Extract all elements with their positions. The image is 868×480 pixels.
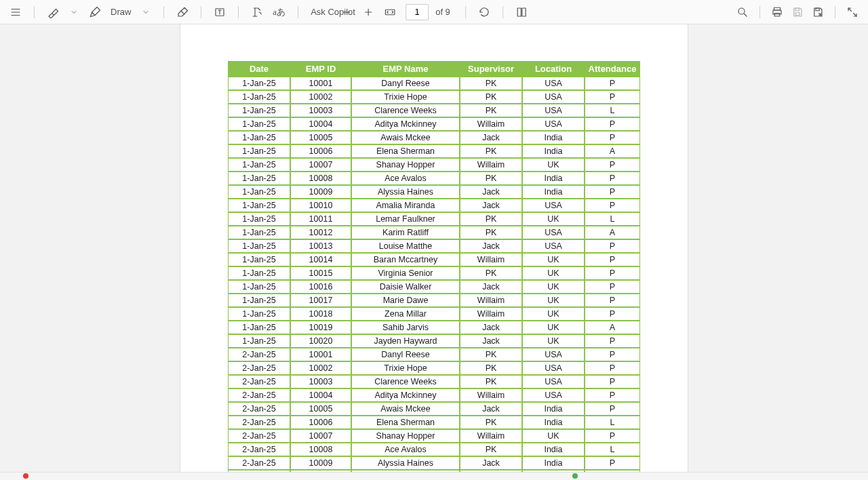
- table-cell: PK: [460, 348, 522, 361]
- table-cell: USA: [522, 375, 585, 388]
- table-cell: PK: [460, 416, 522, 429]
- table-cell: P: [585, 77, 640, 90]
- svg-line-3: [181, 10, 184, 14]
- table-cell: 10008: [290, 172, 351, 185]
- table-cell: Elena Sherman: [351, 144, 460, 158]
- zoom-out-icon[interactable]: [338, 3, 355, 21]
- table-cell: PK: [460, 90, 522, 104]
- text-box-icon[interactable]: [211, 3, 229, 21]
- table-row: 2-Jan-2510003Clarence WeeksPKUSAP: [228, 375, 640, 388]
- page-controls: of 9: [338, 3, 530, 21]
- separator: [201, 6, 201, 18]
- table-cell: Alyssia Haines: [351, 185, 460, 199]
- table-cell: USA: [522, 104, 585, 117]
- save-as-icon[interactable]: [809, 3, 827, 21]
- table-cell: 1-Jan-25: [228, 321, 290, 334]
- table-cell: 10001: [290, 348, 351, 361]
- table-cell: 1-Jan-25: [228, 253, 290, 266]
- table-cell: Jack: [460, 334, 522, 348]
- table-row: 1-Jan-2510010Amalia MirandaJackUSAP: [228, 199, 640, 212]
- toolbar: Draw aあ Ask Copilot of 9: [0, 0, 868, 24]
- table-cell: Zena Millar: [351, 307, 460, 321]
- page-view-icon[interactable]: [513, 3, 530, 21]
- table-cell: P: [585, 361, 640, 375]
- table-cell: USA: [522, 361, 585, 375]
- table-cell: Aditya Mckinney: [351, 117, 460, 131]
- table-cell: A: [585, 226, 640, 239]
- chevron-down-icon[interactable]: [66, 3, 82, 21]
- document-area[interactable]: Date EMP ID EMP Name Supervisor Location…: [0, 24, 868, 472]
- table-cell: USA: [522, 77, 585, 90]
- table-cell: UK: [522, 212, 585, 226]
- svg-line-22: [854, 13, 857, 16]
- draw-label[interactable]: Draw: [111, 7, 131, 17]
- print-icon[interactable]: [768, 3, 786, 21]
- table-cell: P: [585, 131, 640, 144]
- table-cell: P: [585, 158, 640, 172]
- table-cell: PK: [460, 266, 522, 280]
- table-cell: P: [585, 253, 640, 266]
- footer-bar: [0, 472, 868, 480]
- table-cell: Karim Ratliff: [351, 226, 460, 239]
- table-cell: 10017: [290, 294, 351, 307]
- table-cell: Trixie Hope: [351, 361, 460, 375]
- table-cell: 2-Jan-25: [228, 443, 290, 456]
- table-cell: Jack: [460, 199, 522, 212]
- table-cell: 1-Jan-25: [228, 158, 290, 172]
- zoom-in-icon[interactable]: [359, 3, 377, 21]
- header-name: EMP Name: [351, 61, 460, 77]
- table-cell: PK: [460, 443, 522, 456]
- table-cell: India: [522, 443, 585, 456]
- translate-icon[interactable]: aあ: [270, 3, 288, 21]
- contents-icon[interactable]: [7, 3, 24, 21]
- table-cell: USA: [522, 90, 585, 104]
- table-cell: Daisie Walker: [351, 280, 460, 294]
- table-cell: 2-Jan-25: [228, 429, 290, 443]
- table-row: 1-Jan-2510006Elena ShermanPKIndiaA: [228, 144, 640, 158]
- table-cell: Clarence Weeks: [351, 375, 460, 388]
- table-cell: P: [585, 294, 640, 307]
- separator: [760, 6, 760, 18]
- search-icon[interactable]: [734, 3, 751, 21]
- table-cell: 10015: [290, 266, 351, 280]
- table-cell: 1-Jan-25: [228, 144, 290, 158]
- rotate-icon[interactable]: [475, 3, 493, 21]
- page-number-input[interactable]: [406, 4, 429, 20]
- pdf-page: Date EMP ID EMP Name Supervisor Location…: [180, 24, 688, 472]
- table-row: 1-Jan-2510004Aditya MckinneyWillaimUSAP: [228, 117, 640, 131]
- table-cell: Ace Avalos: [351, 172, 460, 185]
- table-cell: 10011: [290, 212, 351, 226]
- svg-rect-17: [774, 13, 780, 16]
- table-cell: 10010: [290, 199, 351, 212]
- save-icon[interactable]: [789, 3, 806, 21]
- table-row: 1-Jan-2510018Zena MillarWillaimUKP: [228, 307, 640, 321]
- table-row: 1-Jan-2510015Virginia SeniorPKUKP: [228, 266, 640, 280]
- table-cell: Alyssia Haines: [351, 456, 460, 470]
- header-date: Date: [228, 61, 290, 77]
- separator: [298, 6, 298, 18]
- table-cell: India: [522, 402, 585, 416]
- svg-rect-19: [795, 12, 800, 15]
- table-header-row: Date EMP ID EMP Name Supervisor Location…: [228, 61, 640, 77]
- chevron-down-icon[interactable]: [138, 3, 154, 21]
- highlighter-icon[interactable]: [44, 3, 62, 21]
- table-cell: India: [522, 416, 585, 429]
- table-cell: Awais Mckee: [351, 131, 460, 144]
- eraser-icon[interactable]: [174, 3, 191, 21]
- table-cell: PK: [460, 144, 522, 158]
- fullscreen-icon[interactable]: [844, 3, 861, 21]
- fit-width-icon[interactable]: [381, 3, 399, 21]
- table-cell: P: [585, 199, 640, 212]
- table-cell: Shanay Hopper: [351, 158, 460, 172]
- read-aloud-icon[interactable]: [248, 3, 266, 21]
- table-cell: 2-Jan-25: [228, 361, 290, 375]
- table-cell: Awais Mckee: [351, 402, 460, 416]
- pen-icon[interactable]: [86, 3, 104, 21]
- table-row: 2-Jan-2510005Awais MckeeJackIndiaP: [228, 402, 640, 416]
- table-cell: 1-Jan-25: [228, 117, 290, 131]
- table-row: 2-Jan-2510002Trixie HopePKUSAP: [228, 361, 640, 375]
- header-location: Location: [522, 61, 585, 77]
- table-cell: Jack: [460, 239, 522, 253]
- table-cell: Lemar Faulkner: [351, 212, 460, 226]
- table-cell: A: [585, 321, 640, 334]
